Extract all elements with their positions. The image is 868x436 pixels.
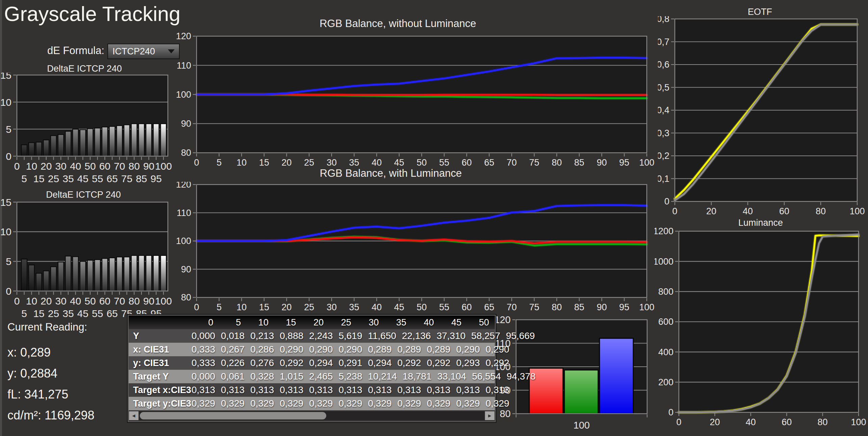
scrollbar-right-arrow-icon[interactable]: ► [485,411,494,420]
svg-text:0: 0 [14,295,20,307]
table-cell: 18,781 [403,370,437,383]
svg-text:60: 60 [779,206,789,216]
de-formula-dropdown[interactable]: ICTCP240 [107,44,180,59]
svg-text:70: 70 [114,295,125,307]
svg-text:30: 30 [327,302,337,312]
svg-text:25: 25 [304,302,314,312]
svg-text:0,7: 0,7 [658,37,669,47]
svg-text:95: 95 [619,158,629,167]
svg-text:5: 5 [6,256,11,267]
svg-text:90: 90 [181,119,191,129]
table-row-label: Target x:CIE31 [129,383,192,397]
table-cell: 0,329 [280,397,309,410]
svg-text:400: 400 [658,347,673,357]
svg-text:0,3: 0,3 [658,128,669,138]
svg-text:0: 0 [664,196,669,207]
svg-text:40: 40 [70,295,81,307]
svg-text:0: 0 [672,206,677,216]
deltae_bottom-svg: 0510150510152025303540455055606570758085… [0,199,174,320]
svg-text:50: 50 [416,158,427,167]
svg-text:5: 5 [216,302,222,312]
scrollbar-track[interactable] [139,411,484,420]
svg-text:0: 0 [14,161,20,172]
table-cell: 0,000 [192,370,221,383]
table-cell: 0,313 [368,383,397,397]
svg-text:90: 90 [143,161,154,172]
svg-text:40: 40 [743,206,753,216]
svg-text:80: 80 [128,295,139,307]
table-cell: 5,619 [338,329,368,343]
table-row-label: y: CIE31 [129,356,192,370]
table-cell: 0,313 [192,383,221,397]
table-cell: 0,226 [221,356,250,370]
table-row-label: Target y:CIE31 [129,397,192,410]
table-column-header: 0 [192,316,219,329]
table-cell: 0,329 [192,397,221,410]
rgb-balance-without-luminance-chart: 8090100110120051015202530354045505560657… [176,32,658,169]
svg-text:60: 60 [782,417,792,427]
table-cell: 0,329 [368,397,397,410]
table-cell: 0,293 [456,356,486,370]
svg-text:40: 40 [746,417,756,427]
svg-text:0,1: 0,1 [658,174,669,184]
svg-text:20: 20 [710,417,720,427]
svg-text:100: 100 [639,302,654,312]
svg-text:85: 85 [574,158,584,167]
scrollbar-thumb[interactable] [140,412,326,419]
svg-text:5: 5 [216,158,222,167]
table-cell: 0,289 [368,343,397,356]
svg-text:60: 60 [462,302,472,312]
de-formula-selected-value: ICTCP240 [112,46,155,57]
svg-text:60: 60 [99,295,110,307]
svg-text:15: 15 [0,73,11,81]
rgb_with-svg: 8090100110120051015202530354045505560657… [176,182,658,312]
table-cell: 0,328 [250,370,280,383]
svg-text:80: 80 [181,292,191,302]
table-cell: 0,329 [338,397,368,410]
svg-text:90: 90 [143,295,154,307]
rgb-balance-with-luminance-chart: 8090100110120051015202530354045505560657… [176,182,658,313]
svg-text:10: 10 [236,158,247,167]
svg-text:65: 65 [106,173,118,184]
svg-text:10: 10 [0,226,11,237]
svg-text:120: 120 [176,182,191,190]
table-cell: 0,329 [486,397,515,410]
table-row: y: CIE310,3330,2260,2760,2920,2940,2910,… [129,356,495,370]
deltae-top-chart: 0510150510152025303540455055606570758085… [0,73,174,191]
table-cell: 0,333 [192,343,221,356]
table-header-spacer [129,316,192,329]
svg-text:35: 35 [62,173,74,184]
svg-text:60: 60 [462,158,472,167]
svg-text:0,2: 0,2 [658,151,669,161]
svg-text:30: 30 [55,161,67,172]
scrollbar-left-arrow-icon[interactable]: ◄ [129,411,138,420]
table-cell: 0,313 [221,383,250,397]
svg-text:55: 55 [439,158,449,167]
svg-text:90: 90 [597,302,607,312]
table-cell: 0,313 [398,383,427,397]
table-column-header: 5 [219,316,247,329]
svg-text:35: 35 [349,302,359,312]
table-cell: 58,257 [471,329,506,343]
svg-text:30: 30 [55,295,67,307]
svg-text:10: 10 [26,295,37,307]
svg-text:45: 45 [394,158,404,167]
svg-text:85: 85 [574,302,584,312]
table-cell: 0,292 [280,356,309,370]
svg-text:800: 800 [658,287,673,297]
svg-text:80: 80 [552,158,562,167]
table-scrollbar[interactable]: ◄ ► [129,410,495,421]
svg-text:80: 80 [128,161,139,172]
table-column-header: 20 [302,316,330,329]
table-cell: 0,213 [250,329,280,343]
svg-text:15: 15 [33,308,44,319]
svg-text:120: 120 [496,314,511,325]
svg-text:1000: 1000 [655,257,673,267]
table-column-header: 15 [274,316,302,329]
table-cell: 0,313 [338,383,368,397]
table-cell: 33,104 [437,370,472,383]
svg-text:65: 65 [484,158,494,167]
table-cell: 0,292 [427,356,456,370]
svg-text:80: 80 [816,206,826,216]
svg-text:75: 75 [529,158,539,167]
